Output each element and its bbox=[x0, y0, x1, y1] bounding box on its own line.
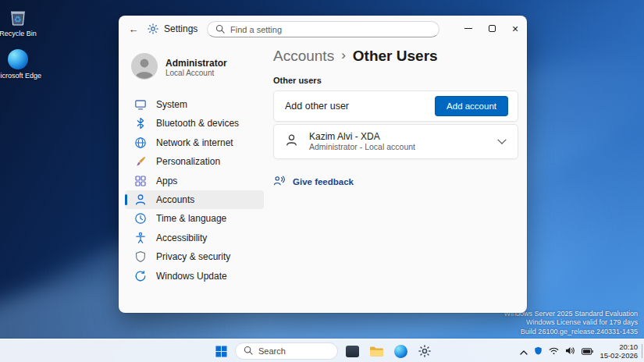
windows-logo-icon bbox=[215, 346, 227, 357]
titlebar[interactable]: ← Settings bbox=[119, 16, 527, 42]
sidebar-item-label: Network & internet bbox=[156, 137, 233, 148]
hidden-icons-chevron[interactable] bbox=[520, 344, 528, 358]
edge-icon bbox=[0, 48, 43, 70]
watermark-line: Build 26100.ge_release.240331-1435 bbox=[503, 328, 638, 337]
close-button[interactable]: × bbox=[503, 16, 527, 41]
taskbar-search-label: Search bbox=[258, 346, 286, 356]
apps-grid-icon bbox=[134, 175, 147, 187]
breadcrumb: Accounts › Other Users bbox=[273, 48, 518, 65]
accessibility-icon bbox=[134, 232, 147, 244]
desktop: ♻ Recycle Bin Microsoft Edge Windows Ser… bbox=[0, 0, 644, 362]
account-profile[interactable]: Administrator Local Account bbox=[125, 47, 264, 95]
sidebar-item-label: System bbox=[156, 99, 187, 110]
sidebar-item-privacy-security[interactable]: Privacy & security bbox=[125, 247, 264, 266]
sidebar-item-label: Apps bbox=[156, 176, 177, 186]
gear-icon bbox=[418, 345, 431, 357]
clock-time: 20:10 bbox=[600, 342, 638, 351]
sidebar-item-label: Privacy & security bbox=[156, 251, 230, 262]
shield-icon bbox=[134, 250, 147, 263]
person-icon bbox=[134, 193, 147, 206]
other-user-name: Kazim Alvi - XDA bbox=[309, 131, 415, 142]
maximize-button[interactable] bbox=[480, 16, 503, 41]
sidebar-item-apps[interactable]: Apps bbox=[125, 172, 264, 190]
close-icon: × bbox=[512, 23, 518, 34]
chevron-right-icon: › bbox=[341, 48, 346, 65]
wifi-icon[interactable] bbox=[549, 344, 559, 358]
sidebar-item-bluetooth-devices[interactable]: Bluetooth & devices bbox=[125, 114, 264, 133]
give-feedback-link[interactable]: Give feedback bbox=[273, 175, 518, 188]
minimize-icon bbox=[464, 28, 472, 29]
taskbar-search-box[interactable]: Search bbox=[235, 342, 338, 360]
settings-main-panel: Accounts › Other Users Other users Add o… bbox=[273, 42, 527, 313]
avatar bbox=[131, 53, 158, 83]
clock-date: 15-02-2026 bbox=[600, 351, 638, 360]
folder-icon bbox=[369, 346, 384, 357]
desktop-icon-label: Microsoft Edge bbox=[0, 72, 43, 80]
other-user-row[interactable]: Kazim Alvi - XDA Administrator - Local a… bbox=[273, 124, 518, 159]
settings-search-input[interactable] bbox=[230, 25, 431, 34]
breadcrumb-accounts[interactable]: Accounts bbox=[273, 48, 334, 65]
user-outline-icon bbox=[285, 133, 298, 150]
security-shield-icon[interactable] bbox=[534, 344, 543, 358]
pinned-app-button[interactable] bbox=[342, 341, 362, 361]
globe-icon bbox=[134, 137, 147, 149]
taskbar: Search bbox=[0, 339, 644, 362]
sidebar-item-label: Accessibility bbox=[156, 232, 207, 243]
sidebar-item-accounts[interactable]: Accounts bbox=[125, 190, 264, 209]
edge-icon bbox=[394, 345, 407, 358]
chevron-down-icon[interactable] bbox=[497, 135, 506, 144]
settings-taskbar-button[interactable] bbox=[415, 341, 435, 361]
sidebar-item-network-internet[interactable]: Network & internet bbox=[125, 133, 264, 152]
settings-window: ← Settings bbox=[119, 16, 527, 313]
paintbrush-icon bbox=[134, 155, 147, 168]
back-button[interactable]: ← bbox=[123, 19, 144, 39]
sidebar-item-label: Time & language bbox=[156, 213, 226, 224]
edge-shortcut[interactable]: Microsoft Edge bbox=[0, 48, 43, 80]
system-icon bbox=[134, 98, 147, 111]
other-user-description: Administrator - Local account bbox=[309, 142, 415, 152]
bluetooth-icon bbox=[134, 117, 147, 130]
profile-account-type: Local Account bbox=[165, 69, 227, 78]
recycle-bin-shortcut[interactable]: ♻ Recycle Bin bbox=[0, 6, 43, 38]
update-arrows-icon bbox=[134, 270, 147, 282]
svg-text:♻: ♻ bbox=[14, 15, 22, 24]
sidebar-item-label: Bluetooth & devices bbox=[156, 118, 239, 129]
sidebar-item-time-language[interactable]: Time & language bbox=[125, 209, 264, 228]
sidebar-item-label: Accounts bbox=[156, 194, 194, 205]
volume-icon[interactable] bbox=[565, 344, 575, 358]
minimize-button[interactable] bbox=[457, 16, 480, 41]
sidebar-item-windows-update[interactable]: Windows Update bbox=[125, 267, 264, 286]
start-button[interactable] bbox=[211, 341, 231, 361]
feedback-icon bbox=[273, 175, 285, 188]
sidebar-item-personalization[interactable]: Personalization bbox=[125, 152, 264, 171]
search-icon bbox=[215, 23, 225, 37]
page-title: Other Users bbox=[353, 48, 438, 65]
build-watermark: Windows Server 2025 Standard Evaluation … bbox=[503, 310, 638, 337]
sidebar-item-label: Personalization bbox=[156, 156, 220, 167]
search-icon bbox=[244, 346, 253, 357]
settings-gear-icon bbox=[148, 23, 158, 34]
sidebar-item-accessibility[interactable]: Accessibility bbox=[125, 229, 264, 247]
section-title-other-users: Other users bbox=[273, 76, 518, 85]
file-explorer-button[interactable] bbox=[366, 341, 386, 361]
desktop-icon-label: Recycle Bin bbox=[0, 30, 43, 38]
edge-button[interactable] bbox=[390, 341, 411, 361]
add-user-card: Add other user Add account bbox=[273, 90, 518, 122]
maximize-icon bbox=[489, 25, 496, 32]
battery-icon[interactable] bbox=[582, 344, 593, 358]
taskbar-clock[interactable]: 20:10 15-02-2026 bbox=[600, 342, 638, 360]
sidebar-item-label: Windows Update bbox=[156, 271, 227, 282]
profile-name: Administrator bbox=[165, 58, 227, 69]
add-other-user-label: Add other user bbox=[285, 101, 349, 112]
window-title: Settings bbox=[164, 23, 197, 34]
feedback-label: Give feedback bbox=[293, 177, 354, 186]
recycle-bin-icon: ♻ bbox=[0, 6, 43, 28]
settings-sidebar: Administrator Local Account System bbox=[119, 42, 273, 313]
settings-search-box[interactable] bbox=[207, 21, 439, 37]
clock-icon bbox=[134, 212, 147, 225]
watermark-line: Windows License valid for 179 days bbox=[503, 318, 638, 328]
pinned-app-icon bbox=[346, 346, 359, 357]
sidebar-item-system[interactable]: System bbox=[125, 95, 264, 114]
add-account-button[interactable]: Add account bbox=[435, 96, 508, 116]
